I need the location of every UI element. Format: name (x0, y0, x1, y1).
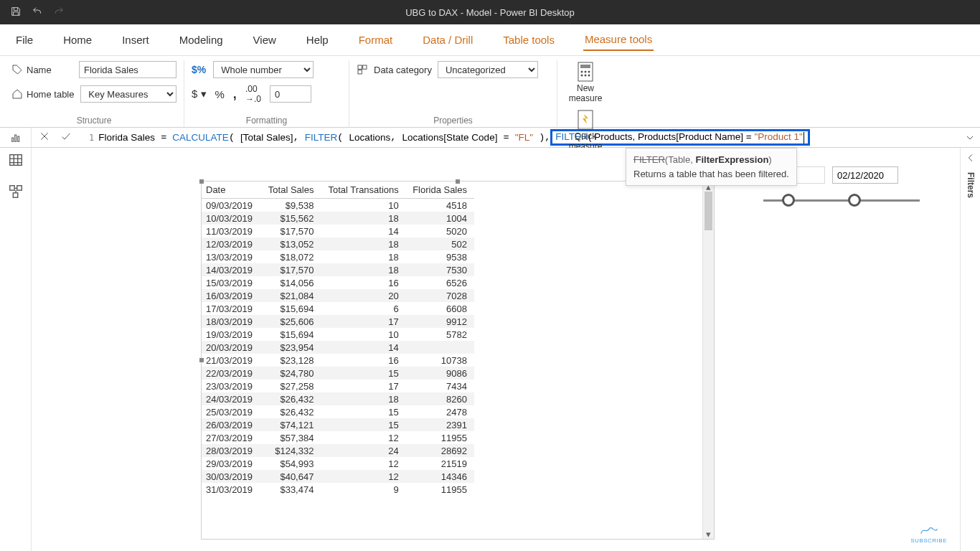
formula-bar[interactable]: 1 Florida Sales = CALCULATE( [Total Sale… (0, 128, 980, 148)
formula-editor[interactable]: Florida Sales = CALCULATE( [Total Sales]… (98, 128, 960, 147)
col-total-transactions[interactable]: Total Transations (321, 182, 405, 199)
currency-button[interactable]: $ ▾ (192, 88, 207, 100)
slider-thumb-left[interactable] (782, 194, 795, 207)
date-to-input[interactable] (832, 166, 898, 184)
tab-insert[interactable]: Insert (121, 29, 151, 50)
subscribe-badge: SUBSCRIBE (910, 524, 947, 544)
calculator-icon (574, 60, 597, 83)
decimals-input[interactable] (270, 85, 311, 103)
ribbon: Name Home table Key Measures Structure $… (0, 56, 980, 128)
table-row[interactable]: 14/03/2019$17,570187530 (202, 263, 474, 276)
group-structure-label: Structure (11, 116, 176, 127)
svg-rect-1 (363, 65, 367, 69)
svg-rect-17 (17, 186, 21, 190)
table-row[interactable]: 11/03/2019$17,570145020 (202, 225, 474, 237)
table-scrollbar[interactable]: ▴ ▾ (702, 182, 714, 539)
save-icon[interactable] (10, 6, 22, 19)
cancel-formula-icon[interactable] (39, 131, 50, 144)
format-select[interactable]: Whole number (213, 61, 314, 78)
svg-rect-12 (11, 138, 13, 141)
table-row[interactable]: 13/03/2019$18,072189538 (202, 250, 474, 263)
table-row[interactable]: 17/03/2019$15,69466608 (202, 302, 474, 315)
table-row[interactable]: 15/03/2019$14,056166526 (202, 276, 474, 289)
svg-rect-15 (9, 155, 22, 166)
svg-rect-4 (580, 65, 590, 68)
percent-button[interactable]: % (215, 88, 225, 100)
tab-home[interactable]: Home (62, 29, 93, 50)
redo-icon[interactable] (53, 6, 65, 19)
tab-data-drill[interactable]: Data / Drill (421, 29, 474, 50)
tab-file[interactable]: File (14, 29, 34, 50)
report-view-icon[interactable] (10, 132, 22, 143)
table-row[interactable]: 20/03/2019$23,95414 (202, 341, 474, 354)
scroll-thumb[interactable] (705, 192, 712, 230)
commit-formula-icon[interactable] (60, 131, 72, 144)
home-icon (11, 88, 23, 100)
table-row[interactable]: 09/03/2019$9,538104518 (202, 199, 474, 212)
home-table-select[interactable]: Key Measures (80, 85, 176, 103)
formula-line-number: 1 (79, 128, 98, 147)
tag-icon (11, 64, 23, 75)
undo-icon[interactable] (32, 6, 43, 19)
table-row[interactable]: 27/03/2019$57,3841211955 (202, 431, 474, 444)
category-icon (357, 64, 368, 75)
ribbon-tabs: File Home Insert Modeling View Help Form… (0, 24, 980, 56)
home-table-label: Home table (27, 89, 74, 100)
svg-rect-0 (358, 65, 362, 69)
filter-tooltip: FILTER(Table, FilterExpression) Returns … (626, 148, 797, 186)
filters-pane-collapsed[interactable]: Filters (960, 148, 980, 551)
expand-formula-icon[interactable] (960, 128, 980, 147)
tab-table-tools[interactable]: Table tools (501, 29, 556, 50)
table-row[interactable]: 28/03/2019$124,3322428692 (202, 444, 474, 457)
svg-rect-2 (358, 70, 362, 74)
table-row[interactable]: 21/03/2019$23,1281610738 (202, 354, 474, 367)
table-row[interactable]: 25/03/2019$26,432152478 (202, 405, 474, 418)
table-row[interactable]: 12/03/2019$13,05218502 (202, 237, 474, 250)
scroll-down-icon[interactable]: ▾ (703, 529, 714, 539)
window-title: UBG to DAX - Model - Power BI Desktop (405, 7, 575, 18)
titlebar: UBG to DAX - Model - Power BI Desktop (0, 0, 980, 24)
table-row[interactable]: 23/03/2019$27,258177434 (202, 380, 474, 392)
view-rail (0, 148, 32, 551)
quick-measure-icon (574, 108, 597, 131)
tab-help[interactable]: Help (305, 29, 330, 50)
table-row[interactable]: 24/03/2019$26,432188260 (202, 392, 474, 405)
tab-modeling[interactable]: Modeling (178, 29, 225, 50)
group-properties-label: Properties (357, 116, 550, 127)
col-florida-sales[interactable]: Florida Sales (406, 182, 474, 199)
report-canvas[interactable]: FILTER(Table, FilterExpression) Returns … (32, 148, 960, 551)
col-date[interactable]: Date (202, 182, 262, 199)
quick-measure-button[interactable]: Quick measure (565, 108, 606, 152)
table-row[interactable]: 29/03/2019$54,9931221519 (202, 457, 474, 470)
new-measure-button[interactable]: New measure (565, 60, 606, 104)
svg-point-10 (588, 75, 590, 77)
table-row[interactable]: 31/03/2019$33,474911955 (202, 483, 474, 496)
svg-point-6 (585, 71, 587, 73)
svg-rect-14 (17, 136, 19, 141)
table-row[interactable]: 18/03/2019$25,606179912 (202, 315, 474, 328)
tab-measure-tools[interactable]: Measure tools (583, 29, 654, 51)
name-input[interactable] (79, 61, 176, 78)
slider-thumb-right[interactable] (848, 194, 861, 207)
col-total-sales[interactable]: Total Sales (262, 182, 321, 199)
svg-rect-13 (14, 135, 16, 141)
data-category-select[interactable]: Uncategorized (438, 61, 538, 78)
tab-view[interactable]: View (252, 29, 278, 50)
table-row[interactable]: 30/03/2019$40,6471214346 (202, 470, 474, 483)
comma-button[interactable]: , (233, 87, 237, 102)
table-row[interactable]: 26/03/2019$74,121152391 (202, 418, 474, 431)
name-label: Name (27, 65, 52, 75)
tab-format[interactable]: Format (357, 29, 395, 50)
decimals-icon: .00→.0 (245, 84, 261, 104)
svg-rect-16 (9, 186, 14, 190)
model-view-icon[interactable] (8, 184, 24, 202)
table-row[interactable]: 22/03/2019$24,780159086 (202, 367, 474, 380)
data-table: Date Total Sales Total Transations Flori… (202, 182, 474, 496)
table-row[interactable]: 10/03/2019$15,562181004 (202, 212, 474, 225)
data-view-icon[interactable] (8, 152, 24, 171)
chevron-left-icon[interactable] (965, 152, 976, 164)
table-header-row: Date Total Sales Total Transations Flori… (202, 182, 474, 199)
table-row[interactable]: 16/03/2019$21,084207028 (202, 289, 474, 302)
table-visual[interactable]: Date Total Sales Total Transations Flori… (201, 181, 715, 540)
table-row[interactable]: 19/03/2019$15,694105782 (202, 328, 474, 341)
